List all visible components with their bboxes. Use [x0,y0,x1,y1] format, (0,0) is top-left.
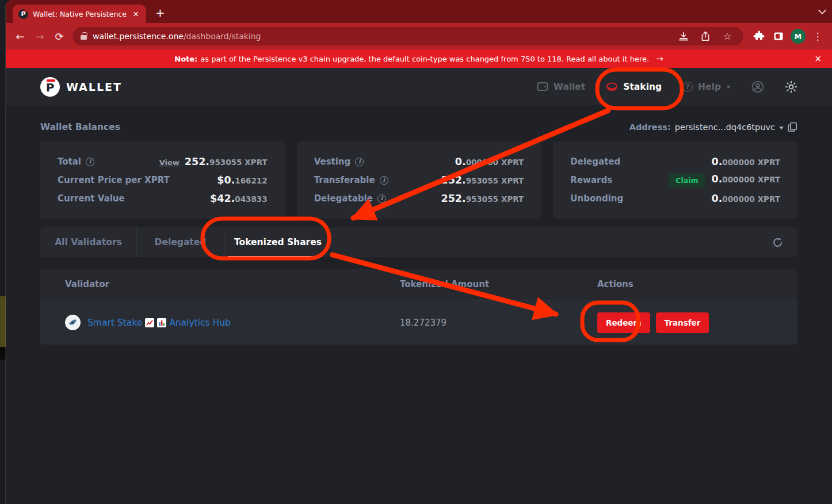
browser-profile-avatar[interactable]: M [791,29,806,44]
redeem-button[interactable]: Redeem [597,312,650,333]
balance-row: Current Value $42.043833 [58,189,268,208]
reload-button[interactable]: ⟳ [49,26,69,46]
help-question-icon: ? [682,82,693,92]
nav-item-help[interactable]: ? Help [682,82,731,92]
person-circle-icon [751,81,764,93]
lock-icon[interactable] [81,35,87,40]
persistence-logo-icon[interactable]: P [40,77,60,97]
page-title: Wallet Balances [40,122,120,132]
header-actions: Actions [597,279,797,289]
tokenized-amount-value: 18.272379 [400,318,446,328]
note-text[interactable]: as part of the Persistence v3 chain upgr… [200,55,649,63]
new-tab-button[interactable]: + [155,7,165,18]
balance-row: Totali View252.953055XPRT [58,152,268,171]
theme-toggle-button[interactable] [785,81,797,93]
share-icon[interactable] [697,28,713,44]
info-icon[interactable]: i [380,176,388,185]
balance-row: Current Price per XPRT $0.166212 [58,171,268,189]
balance-label: Current Value [58,193,125,204]
balance-label: Current Price per XPRT [58,175,170,185]
balance-label: Total [58,156,81,167]
desktop-wallpaper-patch-dark [0,347,6,360]
note-label: Note: [174,55,197,63]
browser-window: P Wallet: Native Persistence Wel × + ← →… [6,0,832,504]
address-value: persistenc...dq4c6tpuvc [675,123,775,132]
browser-toolbar: ← → ⟳ wallet.persistence.one/dashboard/s… [6,23,832,49]
browser-tab-strip: P Wallet: Native Persistence Wel × + [6,0,832,23]
tab-title: Wallet: Native Persistence Wel [33,10,127,18]
banner-close-icon[interactable]: × [814,49,822,68]
dashboard-content: Wallet Balances Address: persistenc...dq… [6,121,832,345]
forward-button[interactable]: → [30,26,49,46]
balance-row: Rewards Claim0.000000XPRT [570,171,780,189]
browser-tab[interactable]: P Wallet: Native Persistence Wel × [13,5,146,23]
validator-link[interactable]: Smart Stake Analytics Hub [87,318,231,328]
chart-increasing-emoji-icon [145,318,154,327]
upgrade-note-banner: Note: as part of the Persistence v3 chai… [6,49,832,68]
info-icon[interactable]: i [355,158,364,166]
info-icon[interactable]: i [86,158,94,166]
validator-tabbar: All Validators Delegated Tokenized Share… [40,227,797,257]
note-arrow-icon[interactable]: → [656,54,663,64]
tab-search-chevron-icon[interactable] [819,7,825,13]
sun-icon [785,81,797,93]
desktop-wallpaper-patch [0,296,6,347]
header-validator: Validator [40,279,400,289]
balance-label: Vesting [314,156,351,167]
app-header: P WALLET Wallet Staking ? Help [6,68,832,105]
address-label: Address: [629,123,671,132]
brand-title: WALLET [66,81,122,93]
balance-row: Transferablei 252.953055XPRT [314,171,524,189]
balance-row: Unbonding 0.000000XPRT [570,189,780,208]
transfer-button[interactable]: Transfer [656,312,709,333]
tab-delegated[interactable]: Delegated [137,227,224,257]
side-panel-icon[interactable] [769,26,788,46]
extensions-puzzle-icon[interactable] [749,26,769,46]
view-link[interactable]: View [159,158,180,167]
wallet-app: P WALLET Wallet Staking ? Help [6,68,832,504]
balance-label: Transferable [314,175,375,185]
bookmark-star-icon[interactable]: ☆ [719,28,735,44]
balance-row: Delegated 0.000000XPRT [570,152,780,171]
table-header: Validator Tokenized Amount Actions [40,269,797,300]
tab-all-validators[interactable]: All Validators [40,227,137,257]
balance-card-staking: Delegated 0.000000XPRT Rewards Claim0.00… [553,142,797,219]
table-row: Smart Stake Analytics Hub 18.272379 Rede… [40,300,797,345]
header-tokenized-amount: Tokenized Amount [400,279,597,289]
balance-label: Delegated [570,156,620,167]
balance-card-availability: Vestingi 0.000000XPRT Transferablei 252.… [297,142,541,219]
address-bar[interactable]: wallet.persistence.one/dashboard/staking… [72,27,743,45]
help-caret-icon [726,86,731,89]
tab-tokenized-shares[interactable]: Tokenized Shares [224,227,331,257]
balance-row: Vestingi 0.000000XPRT [314,152,524,171]
browser-menu-icon[interactable]: ⋮ [808,26,827,46]
staking-coin-icon [606,81,618,93]
refresh-button[interactable] [772,236,784,249]
claim-button[interactable]: Claim [669,173,705,188]
main-nav: Wallet Staking ? Help [537,81,797,93]
balance-row: Delegatablei 252.953055XPRT [314,189,524,208]
nav-item-staking[interactable]: Staking [606,81,662,93]
back-button[interactable]: ← [10,26,30,46]
refresh-icon [772,236,784,249]
validator-avatar [65,315,81,330]
balance-label: Delegatable [314,193,373,204]
address-caret-icon[interactable] [779,127,784,129]
account-button[interactable] [751,81,764,93]
tokenized-shares-table: Validator Tokenized Amount Actions Smart… [40,269,797,345]
bar-chart-emoji-icon [157,318,166,327]
balance-card-total: Totali View252.953055XPRT Current Price … [40,142,285,219]
address-display[interactable]: Address: persistenc...dq4c6tpuvc [629,122,797,132]
balance-label: Unbonding [570,193,623,204]
wallet-icon [537,82,548,91]
desktop-background-sliver [0,0,6,504]
persistence-favicon-icon: P [18,9,28,19]
url-text[interactable]: wallet.persistence.one/dashboard/staking [93,32,261,41]
copy-address-icon[interactable] [788,122,797,132]
tab-close-icon[interactable]: × [131,10,140,18]
balance-label: Rewards [570,175,612,185]
info-icon[interactable]: i [377,194,386,203]
download-icon[interactable] [675,28,692,44]
nav-item-wallet[interactable]: Wallet [537,82,586,92]
